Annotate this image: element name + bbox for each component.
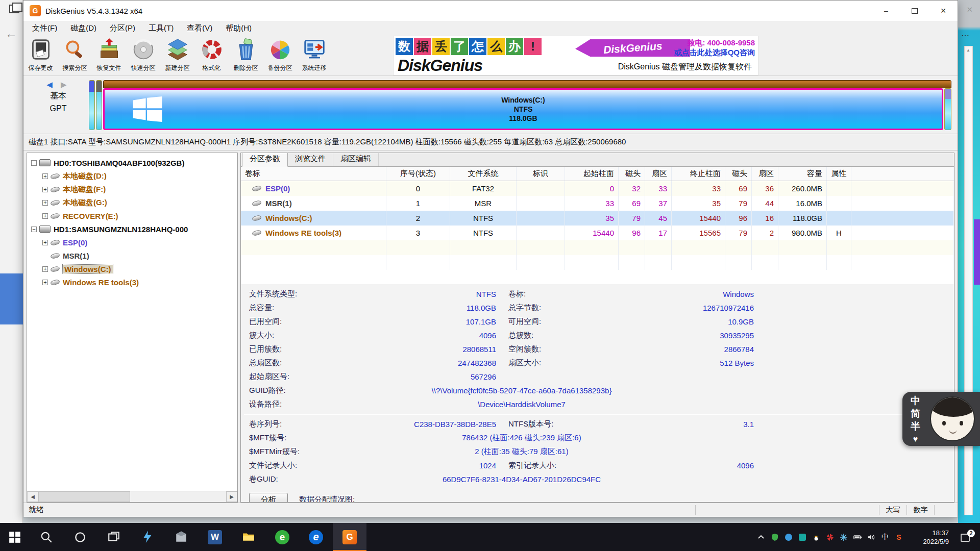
toolbar-button-backup-partition[interactable]: 备份分区: [263, 35, 297, 75]
minimize-button[interactable]: –: [872, 1, 900, 21]
expand-toggle-icon[interactable]: +: [42, 240, 48, 245]
tab-0[interactable]: 分区参数: [242, 153, 288, 167]
tree-item-recovery-e-[interactable]: +RECOVERY(E:): [27, 209, 237, 222]
close-button[interactable]: ✕: [929, 1, 958, 21]
expand-toggle-icon[interactable]: +: [42, 200, 48, 206]
expand-toggle-icon[interactable]: −: [31, 160, 37, 166]
menu-item-4[interactable]: 查看(V): [180, 22, 219, 35]
scroll-right-button[interactable]: ▶: [226, 491, 237, 502]
expand-toggle-icon[interactable]: −: [31, 227, 37, 232]
expand-toggle-icon[interactable]: +: [42, 266, 48, 272]
maximize-button[interactable]: [900, 1, 929, 21]
taskbar-app-box[interactable]: [164, 523, 198, 551]
column-header-9[interactable]: 扇区: [752, 167, 778, 181]
column-header-11[interactable]: 属性: [827, 167, 851, 181]
tree-item--f-[interactable]: +本地磁盘(F:): [27, 183, 237, 196]
search-button[interactable]: [30, 523, 63, 551]
taskbar-clock[interactable]: 18:37 2022/5/9: [911, 529, 949, 546]
ime-assistant-widget[interactable]: 中简半♥: [902, 392, 980, 446]
taskbar-app-word[interactable]: W: [198, 523, 232, 551]
battery-icon[interactable]: [853, 533, 862, 542]
column-header-4[interactable]: 起始柱面: [565, 167, 619, 181]
column-header-3[interactable]: 标识: [517, 167, 565, 181]
tree-item-windows-re-tools-3-[interactable]: +Windows RE tools(3): [27, 276, 237, 289]
table-row-esp-0-[interactable]: ESP(0)0FAT3203233336936260.0MB: [241, 181, 954, 196]
table-row-windows-re-tools-3-[interactable]: Windows RE tools(3)3NTFS1544096171556579…: [241, 226, 954, 240]
column-header-0[interactable]: 卷标: [241, 167, 386, 181]
tab-2[interactable]: 扇区编辑: [333, 153, 379, 166]
start-button[interactable]: [0, 523, 30, 551]
banner-contact[interactable]: 致电: 400-008-9958 或点击此处选择QQ咨询: [674, 38, 755, 57]
column-header-5[interactable]: 磁头: [619, 167, 645, 181]
task-view-button[interactable]: [97, 523, 131, 551]
teal-app-icon[interactable]: [798, 533, 807, 542]
taskbar-app-edge[interactable]: e: [299, 523, 333, 551]
toolbar-button-quick-partition[interactable]: 快速分区: [126, 35, 160, 75]
banner-qq-link[interactable]: 或点击此处选择QQ咨询: [674, 47, 755, 57]
table-cell: [517, 226, 565, 240]
toolbar-button-search-partition[interactable]: 搜索分区: [58, 35, 92, 75]
scroll-left-button[interactable]: ◀: [27, 491, 38, 502]
pinwheel-icon[interactable]: [825, 533, 835, 542]
chevron-up-icon[interactable]: [756, 533, 766, 542]
details-row: 总容量:118.0GB总字节数:126710972416: [241, 301, 954, 315]
tree-item-hd1-samsungmznln128hahq-000[interactable]: −HD1:SAMSUNGMZNLN128HAHQ-000: [27, 222, 237, 236]
shield-icon[interactable]: [770, 533, 779, 542]
column-header-6[interactable]: 扇区: [645, 167, 672, 181]
taskbar-app-diskgenius[interactable]: G: [333, 523, 366, 551]
column-header-1[interactable]: 序号(状态): [386, 167, 450, 181]
ad-banner[interactable]: DiskGenius 数据丢了怎么办! DiskGenius 致电: 400-0…: [393, 36, 758, 76]
action-center-icon[interactable]: 2: [961, 532, 974, 543]
prev-disk-arrow-icon[interactable]: ◀: [46, 80, 56, 89]
menu-item-3[interactable]: 工具(T): [142, 22, 180, 35]
tree-item-esp-0-[interactable]: +ESP(0): [27, 236, 237, 249]
ime-chinese-icon[interactable]: 中: [880, 533, 890, 542]
toolbar-button-system-migrate[interactable]: 系统迁移: [297, 35, 331, 75]
tree-item--g-[interactable]: +本地磁盘(G:): [27, 196, 237, 209]
partition-bar-re-tools[interactable]: [944, 88, 951, 130]
tab-1[interactable]: 浏览文件: [288, 153, 333, 166]
toolbar-button-recover-files[interactable]: 恢复文件: [92, 35, 126, 75]
taskbar-app-lightning[interactable]: [131, 523, 164, 551]
cortana-button[interactable]: [63, 523, 97, 551]
scrollbar-thumb[interactable]: [38, 491, 130, 502]
partition-bar-msr[interactable]: [96, 80, 102, 130]
toolbar-button-label: 搜索分区: [63, 64, 87, 72]
volume-icon[interactable]: [867, 533, 876, 542]
toolbar-button-format[interactable]: 格式化: [194, 35, 229, 75]
expand-toggle-icon[interactable]: +: [42, 173, 48, 179]
snowflake-icon[interactable]: [839, 533, 848, 542]
toolbar-button-new-partition[interactable]: 新建分区: [160, 35, 194, 75]
menu-item-5[interactable]: 帮助(H): [219, 22, 258, 35]
expand-toggle-icon[interactable]: +: [42, 213, 48, 219]
next-disk-arrow-icon[interactable]: ▶: [61, 80, 70, 89]
taskbar-app-green-browser[interactable]: e: [265, 523, 299, 551]
tree-item-windows-c-[interactable]: +Windows(C:): [27, 262, 237, 276]
analyze-button[interactable]: 分析: [249, 493, 288, 503]
partition-bar-esp[interactable]: [89, 80, 95, 130]
column-header-10[interactable]: 容量: [778, 167, 827, 181]
table-cell: 35: [565, 211, 619, 226]
expand-toggle-icon[interactable]: +: [42, 280, 48, 285]
taskbar-app-explorer[interactable]: [232, 523, 265, 551]
toolbar-button-delete-partition[interactable]: 删除分区: [229, 35, 263, 75]
toolbar-button-save[interactable]: 保存更改: [23, 35, 58, 75]
table-row-msr-1-[interactable]: MSR(1)1MSR33693735794416.0MB: [241, 196, 954, 211]
partition-bar-windows-c[interactable]: Windows(C:) NTFS 118.0GB: [103, 88, 943, 130]
tree-horizontal-scrollbar[interactable]: ◀ ▶: [27, 491, 237, 502]
tree-item-hd0-toshibamq04abf100-932gb-[interactable]: −HD0:TOSHIBAMQ04ABF100(932GB): [27, 156, 237, 169]
table-row-windows-c-[interactable]: Windows(C:)2NTFS357945154409616118.0GB: [241, 211, 954, 226]
qq-penguin-icon[interactable]: [812, 533, 821, 542]
sogou-icon[interactable]: S: [894, 533, 903, 542]
tree-item-msr-1-[interactable]: MSR(1): [27, 249, 237, 262]
tree-item--d-[interactable]: +本地磁盘(D:): [27, 169, 237, 183]
column-header-7[interactable]: 终止柱面: [672, 167, 725, 181]
menu-item-2[interactable]: 分区(P): [103, 22, 142, 35]
table-cell: 16.0MB: [778, 196, 827, 211]
expand-toggle-icon[interactable]: +: [42, 187, 48, 192]
menu-item-1[interactable]: 磁盘(D): [64, 22, 103, 35]
blue-dot-icon[interactable]: [784, 533, 793, 542]
column-header-2[interactable]: 文件系统: [450, 167, 517, 181]
menu-item-0[interactable]: 文件(F): [26, 22, 64, 35]
column-header-8[interactable]: 磁头: [725, 167, 752, 181]
